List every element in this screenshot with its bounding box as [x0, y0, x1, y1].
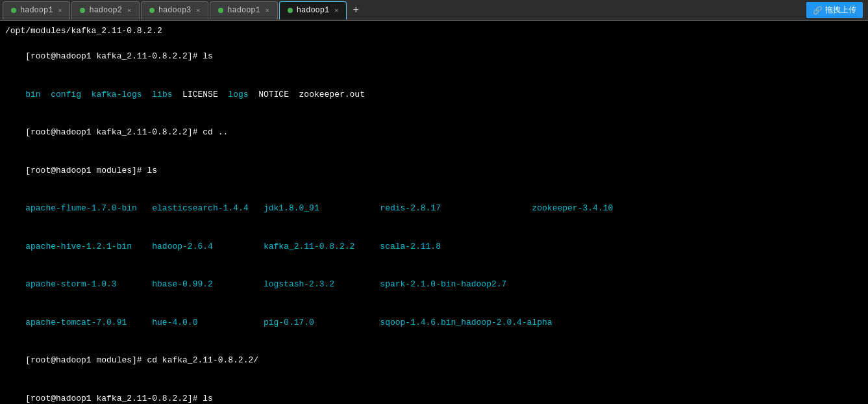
terminal-line: /opt/modules/kafka_2.11-0.8.2.2 [5, 25, 863, 38]
tab-hadoop3[interactable]: hadoop3 ✕ [141, 1, 208, 19]
link-icon: 🔗 [813, 6, 823, 15]
upload-label: 拖拽上传 [825, 5, 856, 16]
tab-label: hadoop2 [89, 6, 121, 15]
terminal-line: bin config kafka-logs libs LICENSE logs … [5, 75, 863, 114]
tab-dot [288, 8, 293, 13]
terminal-line: [root@hadoop1 modules]# ls [5, 151, 863, 190]
tab-label: hadoop1 [227, 6, 260, 15]
terminal-line: apache-hive-1.2.1-bin hadoop-2.6.4 kafka… [5, 227, 863, 266]
terminal-line: [root@hadoop1 kafka_2.11-0.8.2.2]# ls [5, 38, 863, 76]
tab-label: hadoop1 [20, 6, 53, 15]
terminal-line: [root@hadoop1 kafka_2.11-0.8.2.2]# ls [5, 379, 863, 404]
tab-dot [11, 8, 16, 13]
tab-close[interactable]: ✕ [58, 6, 62, 14]
tab-label: hadoop3 [158, 6, 191, 15]
tab-label: hadoop1 [297, 6, 329, 15]
tab-dot [218, 8, 223, 13]
tab-close[interactable]: ✕ [127, 6, 131, 14]
terminal[interactable]: /opt/modules/kafka_2.11-0.8.2.2 [root@ha… [0, 21, 868, 404]
tab-hadoop1-4[interactable]: hadoop1 ✕ [210, 1, 277, 19]
tab-close-active[interactable]: ✕ [334, 6, 338, 14]
terminal-line: apache-flume-1.7.0-bin elasticsearch-1.4… [5, 190, 863, 228]
terminal-line: [root@hadoop1 kafka_2.11-0.8.2.2]# cd .. [5, 114, 863, 152]
terminal-line: apache-storm-1.0.3 hbase-0.99.2 logstash… [5, 266, 863, 304]
tab-add-button[interactable]: + [348, 3, 364, 18]
tab-hadoop1-1[interactable]: hadoop1 ✕ [3, 1, 70, 19]
terminal-line: apache-tomcat-7.0.91 hue-4.0.0 pig-0.17.… [5, 303, 863, 342]
terminal-line: [root@hadoop1 modules]# cd kafka_2.11-0.… [5, 342, 863, 380]
tab-close[interactable]: ✕ [196, 6, 200, 14]
tab-dot [80, 8, 85, 13]
tab-hadoop1-5-active[interactable]: hadoop1 ✕ [279, 1, 347, 19]
tab-bar: hadoop1 ✕ hadoop2 ✕ hadoop3 ✕ hadoop1 ✕ … [0, 0, 868, 21]
tab-close[interactable]: ✕ [266, 6, 269, 14]
tab-dot [149, 8, 155, 13]
upload-button[interactable]: 🔗 拖拽上传 [806, 2, 863, 18]
tab-hadoop2[interactable]: hadoop2 ✕ [71, 1, 139, 19]
